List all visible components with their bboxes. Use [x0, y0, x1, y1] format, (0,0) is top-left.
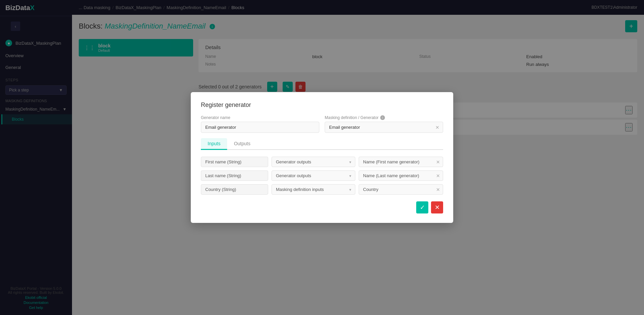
input-select-3[interactable]: Generator outputs Masking definition inp…: [272, 184, 355, 195]
input-clear-button-3[interactable]: ✕: [433, 187, 443, 192]
modal-tabs: Inputs Outputs: [201, 138, 443, 150]
masking-def-input-wrap: ✕: [325, 122, 443, 133]
generator-name-field: Generator name: [201, 115, 319, 133]
input-value-2[interactable]: [359, 171, 433, 181]
modal-overlay: Register generator Generator name Maskin…: [0, 0, 644, 315]
tab-inputs[interactable]: Inputs: [201, 138, 227, 150]
input-select-wrap-3: Generator outputs Masking definition inp…: [272, 184, 355, 195]
input-clear-button-1[interactable]: ✕: [433, 159, 443, 165]
input-value-1[interactable]: [359, 157, 433, 167]
input-value-wrap-2: ✕: [359, 170, 443, 181]
input-row-3: Country (String) Generator outputs Maski…: [201, 184, 443, 195]
generator-name-input[interactable]: [201, 122, 319, 133]
input-select-1[interactable]: Generator outputs Masking definition inp…: [272, 157, 355, 167]
generator-name-label: Generator name: [201, 115, 319, 120]
masking-def-field: Masking definition / Generator i ✕: [325, 115, 443, 133]
input-row-1: First name (String) Generator outputs Ma…: [201, 157, 443, 167]
modal-confirm-button[interactable]: ✓: [416, 201, 428, 213]
input-select-wrap-2: Generator outputs Masking definition inp…: [272, 170, 355, 181]
masking-def-clear-button[interactable]: ✕: [432, 125, 443, 130]
input-row-2: Last name (String) Generator outputs Mas…: [201, 170, 443, 181]
input-value-3[interactable]: [359, 185, 433, 194]
input-select-2[interactable]: Generator outputs Masking definition inp…: [272, 170, 355, 181]
modal-input-rows: First name (String) Generator outputs Ma…: [201, 157, 443, 195]
input-clear-button-2[interactable]: ✕: [433, 173, 443, 179]
modal-footer: ✓ ✕: [201, 201, 443, 213]
input-select-wrap-1: Generator outputs Masking definition inp…: [272, 157, 355, 167]
input-value-wrap-1: ✕: [359, 157, 443, 167]
masking-def-info-icon: i: [380, 115, 385, 120]
input-value-wrap-3: ✕: [359, 184, 443, 195]
register-generator-modal: Register generator Generator name Maskin…: [191, 92, 453, 223]
modal-fields-row: Generator name Masking definition / Gene…: [201, 115, 443, 133]
input-field-label-2: Last name (String): [201, 170, 268, 181]
input-field-label-3: Country (String): [201, 184, 268, 195]
masking-def-input[interactable]: [325, 122, 432, 132]
modal-cancel-button[interactable]: ✕: [431, 201, 443, 213]
masking-def-label: Masking definition / Generator i: [325, 115, 443, 120]
tab-outputs[interactable]: Outputs: [227, 138, 257, 150]
input-field-label-1: First name (String): [201, 157, 268, 167]
modal-title: Register generator: [201, 102, 443, 109]
